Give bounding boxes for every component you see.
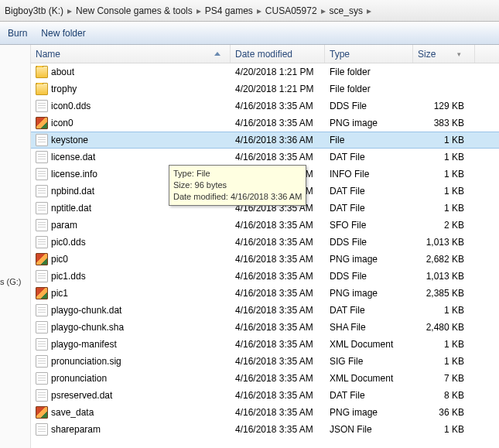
cell-name[interactable]: pic0.dds xyxy=(31,236,231,248)
file-icon xyxy=(36,372,48,385)
cell-type: DDS File xyxy=(325,237,413,248)
cell-name[interactable]: icon0 xyxy=(31,117,231,129)
breadcrumb-segment[interactable]: sce_sys xyxy=(330,5,363,16)
cell-type: DAT File xyxy=(325,390,413,401)
cell-type: DAT File xyxy=(325,203,413,214)
cell-size: 1,013 KB xyxy=(413,271,475,282)
cell-size: 1 KB xyxy=(413,135,475,145)
new-folder-button[interactable]: New folder xyxy=(41,28,85,39)
toolbar: Burn New folder xyxy=(0,22,499,45)
chevron-right-icon[interactable]: ▸ xyxy=(63,3,76,19)
header-type[interactable]: Type xyxy=(325,45,413,63)
file-name: nptitle.dat xyxy=(51,203,91,214)
nav-pane[interactable]: s (G:) xyxy=(0,45,31,438)
cell-name[interactable]: license.dat xyxy=(31,151,231,163)
header-date-modified[interactable]: Date modified xyxy=(231,45,325,63)
file-name: license.dat xyxy=(51,152,95,162)
cell-name[interactable]: save_data xyxy=(31,406,231,419)
cell-name[interactable]: playgo-chunk.sha xyxy=(31,321,231,333)
table-row[interactable]: icon04/16/2018 3:35 AMPNG image383 KB xyxy=(31,115,499,132)
cell-name[interactable]: pronunciation xyxy=(31,372,231,385)
file-name: trophy xyxy=(51,84,77,94)
table-row[interactable]: trophy4/20/2018 1:21 PMFile folder xyxy=(31,80,499,97)
file-name: playgo-chunk.sha xyxy=(51,322,124,333)
breadcrumb-segment[interactable]: Bigboy3tb (K:) xyxy=(5,5,63,16)
chevron-right-icon[interactable]: ▸ xyxy=(193,3,205,19)
header-name[interactable]: Name xyxy=(31,45,231,63)
table-row[interactable]: save_data4/16/2018 3:35 AMPNG image36 KB xyxy=(31,404,499,421)
file-name: pic0.dds xyxy=(51,237,86,248)
breadcrumb-segment[interactable]: New Console games & tools xyxy=(76,5,193,16)
table-row[interactable]: pic0.dds4/16/2018 3:35 AMDDS File1,013 K… xyxy=(31,234,499,251)
table-row[interactable]: pic1.dds4/16/2018 3:35 AMDDS File1,013 K… xyxy=(31,268,499,285)
cell-name[interactable]: icon0.dds xyxy=(31,100,231,112)
cell-type: PNG image xyxy=(325,254,413,265)
table-row[interactable]: icon0.dds4/16/2018 3:35 AMDDS File129 KB xyxy=(31,97,499,115)
table-row[interactable]: pronunciation.sig4/16/2018 3:35 AMSIG Fi… xyxy=(31,353,499,370)
cell-name[interactable]: param xyxy=(31,219,231,231)
cell-type: DDS File xyxy=(325,271,413,282)
table-row[interactable]: license.dat4/16/2018 3:35 AMDAT File1 KB xyxy=(31,149,499,166)
tree-item[interactable]: s (G:) xyxy=(0,277,22,286)
burn-button[interactable]: Burn xyxy=(8,28,27,39)
cell-name[interactable]: pronunciation.sig xyxy=(31,355,231,368)
cell-type: PNG image xyxy=(325,407,413,418)
tooltip-size: Size: 96 bytes xyxy=(173,180,302,191)
cell-name[interactable]: keystone xyxy=(31,134,231,146)
cell-type: DAT File xyxy=(325,186,413,197)
file-name: about xyxy=(51,67,74,77)
table-row[interactable]: pronunciation4/16/2018 3:35 AMXML Docume… xyxy=(31,370,499,387)
cell-name[interactable]: pic1 xyxy=(31,287,231,299)
cell-size: 1 KB xyxy=(413,305,475,316)
cell-type: PNG image xyxy=(325,118,413,128)
breadcrumb-segment[interactable]: PS4 games xyxy=(205,5,253,16)
cell-date: 4/16/2018 3:35 AM xyxy=(231,220,325,231)
cell-name[interactable]: trophy xyxy=(31,83,231,95)
table-row[interactable]: param4/16/2018 3:35 AMSFO File2 KB xyxy=(31,217,499,234)
chevron-right-icon[interactable]: ▸ xyxy=(363,3,375,19)
cell-name[interactable]: playgo-chunk.dat xyxy=(31,304,231,316)
table-row[interactable]: pic04/16/2018 3:35 AMPNG image2,682 KB xyxy=(31,251,499,268)
table-row[interactable]: psreserved.dat4/16/2018 3:35 AMDAT File8… xyxy=(31,387,499,404)
cell-size: 7 KB xyxy=(413,373,475,384)
breadcrumb[interactable]: Bigboy3tb (K:)▸New Console games & tools… xyxy=(0,0,499,22)
cell-date: 4/16/2018 3:35 AM xyxy=(231,101,325,111)
header-size[interactable]: Size▾ xyxy=(413,45,475,63)
table-row[interactable]: keystone4/16/2018 3:36 AMFile1 KB xyxy=(31,132,499,149)
table-row[interactable]: about4/20/2018 1:21 PMFile folder xyxy=(31,63,499,80)
cell-type: XML Document xyxy=(325,373,413,384)
cell-size: 1 KB xyxy=(413,339,475,350)
cell-name[interactable]: pic1.dds xyxy=(31,270,231,282)
cell-size: 129 KB xyxy=(413,101,475,111)
cell-size: 383 KB xyxy=(413,118,475,128)
cell-type: INFO File xyxy=(325,169,413,180)
file-name: npbind.dat xyxy=(51,186,94,197)
cell-type: SIG File xyxy=(325,356,413,367)
table-row[interactable]: pic14/16/2018 3:35 AMPNG image2,385 KB xyxy=(31,285,499,302)
column-headers: Name Date modified Type Size▾ xyxy=(31,45,499,63)
table-row[interactable]: playgo-manifest4/16/2018 3:35 AMXML Docu… xyxy=(31,336,499,353)
cell-date: 4/16/2018 3:35 AM xyxy=(231,356,325,367)
folder-icon xyxy=(36,66,48,78)
folder-icon xyxy=(36,83,48,95)
file-name: playgo-chunk.dat xyxy=(51,305,121,316)
breadcrumb-segment[interactable]: CUSA05972 xyxy=(265,5,317,16)
cell-name[interactable]: about xyxy=(31,66,231,78)
table-row[interactable]: playgo-chunk.dat4/16/2018 3:35 AMDAT Fil… xyxy=(31,302,499,319)
cell-name[interactable]: shareparam xyxy=(31,423,231,436)
file-icon xyxy=(36,236,48,248)
file-name: param xyxy=(51,220,77,231)
chevron-right-icon[interactable]: ▸ xyxy=(317,3,330,19)
file-name: save_data xyxy=(51,407,94,418)
cell-type: PNG image xyxy=(325,288,413,299)
sort-asc-icon xyxy=(214,52,220,56)
cell-name[interactable]: pic0 xyxy=(31,253,231,265)
chevron-right-icon[interactable]: ▸ xyxy=(253,3,265,19)
cell-size: 2,480 KB xyxy=(413,322,475,333)
file-icon xyxy=(36,304,48,316)
table-row[interactable]: shareparam4/16/2018 3:35 AMJSON File1 KB xyxy=(31,421,499,438)
cell-name[interactable]: psreserved.dat xyxy=(31,389,231,402)
cell-name[interactable]: playgo-manifest xyxy=(31,338,231,351)
table-row[interactable]: playgo-chunk.sha4/16/2018 3:35 AMSHA Fil… xyxy=(31,319,499,336)
file-icon xyxy=(36,168,48,180)
